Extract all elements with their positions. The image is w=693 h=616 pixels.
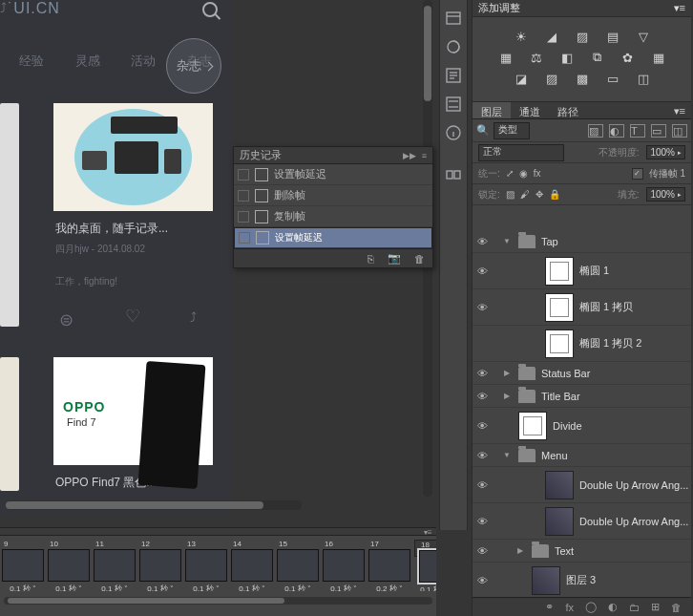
timeline-frame[interactable]: 150.1 秒	[277, 540, 319, 591]
frame-delay[interactable]: 0.1 秒	[139, 584, 181, 591]
history-checkbox[interactable]	[239, 232, 250, 244]
frame-delay[interactable]: 0.1 秒	[2, 584, 44, 591]
history-item[interactable]: 设置帧延迟	[234, 164, 432, 185]
balance-icon[interactable]: ⚖	[527, 50, 546, 65]
opacity-value[interactable]: 100%	[646, 145, 685, 159]
disclosure-triangle-icon[interactable]	[501, 392, 513, 400]
visibility-toggle-icon[interactable]: 👁	[472, 479, 492, 491]
unify-position-icon[interactable]: ⤢	[506, 168, 514, 179]
visibility-toggle-icon[interactable]: 👁	[472, 516, 492, 527]
vibrance-icon[interactable]: ▽	[634, 29, 653, 44]
selective-color-icon[interactable]: ◫	[634, 71, 653, 86]
tab-layers[interactable]: 图层	[472, 102, 511, 118]
unify-style-icon[interactable]: fx	[534, 168, 541, 179]
properties-panel-icon[interactable]	[443, 164, 464, 185]
timeline-frame[interactable]: 170.2 秒	[368, 540, 410, 591]
timeline-frame[interactable]: 160.1 秒	[323, 540, 365, 591]
channel-mixer-icon[interactable]: ✿	[619, 50, 638, 65]
horizontal-scrollbar[interactable]	[6, 500, 302, 510]
history-checkbox[interactable]	[238, 190, 249, 202]
tab-paths[interactable]: 路径	[549, 102, 587, 118]
filter-search-icon[interactable]: 🔍	[476, 124, 490, 137]
frame-delay[interactable]: 0.1 秒	[231, 584, 273, 591]
layer-group[interactable]: 👁Status Bar	[472, 362, 691, 385]
timeline-frame[interactable]: 130.1 秒	[185, 540, 227, 591]
brightness-icon[interactable]: ☀	[512, 29, 531, 44]
create-document-icon[interactable]: ⎘	[368, 253, 374, 265]
layer-group[interactable]: 👁Text	[472, 540, 691, 563]
gradient-map-icon[interactable]: ▭	[603, 71, 622, 86]
history-item[interactable]: 删除帧	[234, 185, 432, 206]
layer-item[interactable]: 👁椭圆 1	[472, 253, 691, 289]
lock-pixels-icon[interactable]: 🖌	[520, 189, 530, 200]
lock-position-icon[interactable]: ✥	[536, 189, 543, 200]
history-checkbox[interactable]	[238, 169, 249, 181]
visibility-toggle-icon[interactable]: 👁	[472, 575, 492, 586]
timeline-frame[interactable]: 110.1 秒	[94, 540, 136, 591]
levels-icon[interactable]: ◢	[542, 29, 561, 44]
timeline-frame[interactable]: 180.1 秒	[414, 540, 436, 557]
timeline-scrollbar[interactable]	[4, 597, 432, 605]
visibility-toggle-icon[interactable]: 👁	[472, 368, 492, 379]
frame-delay[interactable]: 0.1 秒	[419, 584, 436, 591]
history-panel-header[interactable]: 历史记录 ▶▶≡	[234, 147, 432, 164]
history-item[interactable]: 复制帧	[234, 206, 432, 227]
frame-delay[interactable]: 0.1 秒	[323, 584, 365, 591]
visibility-toggle-icon[interactable]: 👁	[472, 545, 492, 557]
blend-mode-select[interactable]: 正常	[478, 144, 564, 161]
layer-item[interactable]: 椭圆 1 拷贝 2	[472, 326, 691, 362]
panel-menu-icon[interactable]: ▾≡	[419, 528, 436, 535]
posterize-icon[interactable]: ▨	[542, 71, 561, 86]
lock-transparency-icon[interactable]: ▨	[506, 189, 514, 200]
new-group-icon[interactable]: 🗀	[629, 602, 640, 613]
visibility-toggle-icon[interactable]: 👁	[472, 302, 492, 313]
filter-kind-select[interactable]: 类型	[494, 122, 530, 139]
layer-item[interactable]: 👁Double Up Arrow Ang...	[472, 467, 691, 503]
frame-delay[interactable]: 0.2 秒	[368, 584, 410, 591]
visibility-toggle-icon[interactable]: 👁	[472, 420, 492, 432]
paragraph-panel-icon[interactable]	[443, 65, 464, 86]
step-forward-icon[interactable]: ▶▶	[403, 151, 416, 160]
visibility-toggle-icon[interactable]: 👁	[472, 236, 492, 247]
layer-item[interactable]: 👁椭圆 1 拷贝	[472, 289, 691, 326]
trash-icon[interactable]: 🗑	[671, 602, 682, 613]
disclosure-triangle-icon[interactable]	[501, 451, 513, 459]
layer-item[interactable]: 👁图层 3	[472, 563, 691, 597]
link-layers-icon[interactable]: ⚭	[545, 601, 554, 613]
frame-delay[interactable]: 0.1 秒	[185, 584, 227, 591]
layer-group[interactable]: 👁Menu	[472, 444, 691, 467]
trash-icon[interactable]: 🗑	[414, 253, 425, 265]
hue-icon[interactable]: ▦	[496, 50, 515, 65]
swirl-panel-icon[interactable]	[443, 36, 464, 57]
disclosure-triangle-icon[interactable]	[514, 546, 526, 555]
visibility-toggle-icon[interactable]: 👁	[472, 266, 492, 277]
layer-group[interactable]: 👁Tap	[472, 230, 691, 253]
tab-channels[interactable]: 通道	[511, 102, 549, 118]
adjustments-header[interactable]: 添加调整▾≡	[472, 0, 691, 17]
history-checkbox[interactable]	[238, 211, 249, 223]
new-layer-icon[interactable]: ⊞	[651, 601, 660, 613]
disclosure-triangle-icon[interactable]	[501, 237, 513, 245]
layer-item[interactable]: 👁Divide	[472, 408, 691, 444]
color-lookup-icon[interactable]: ▦	[649, 50, 668, 65]
character-panel-icon[interactable]	[443, 94, 464, 115]
visibility-toggle-icon[interactable]: 👁	[472, 391, 492, 402]
frame-delay[interactable]: 0.1 秒	[94, 584, 136, 591]
layer-fx-icon[interactable]: fx	[565, 602, 574, 613]
propagate-checkbox[interactable]: ✓	[632, 168, 643, 180]
visibility-toggle-icon[interactable]: 👁	[472, 450, 492, 461]
info-panel-icon[interactable]	[443, 122, 464, 143]
filter-adjust-icon[interactable]: ◐	[609, 124, 624, 138]
lock-all-icon[interactable]: 🔒	[549, 189, 560, 200]
frame-delay[interactable]: 0.1 秒	[48, 584, 90, 591]
layer-item[interactable]: 👁Double Up Arrow Ang...	[472, 503, 691, 540]
timeline-frame[interactable]: 120.1 秒	[139, 540, 181, 591]
bw-icon[interactable]: ◧	[557, 50, 577, 65]
new-adjustment-icon[interactable]: ◐	[608, 601, 618, 613]
history-item[interactable]: 设置帧延迟	[234, 227, 432, 248]
history-panel-icon[interactable]	[443, 8, 464, 29]
timeline-frame[interactable]: 90.1 秒	[2, 540, 44, 591]
exposure-icon[interactable]: ▤	[603, 29, 622, 44]
filter-shape-icon[interactable]: ▭	[651, 124, 666, 138]
unify-visibility-icon[interactable]: ◉	[519, 168, 528, 179]
